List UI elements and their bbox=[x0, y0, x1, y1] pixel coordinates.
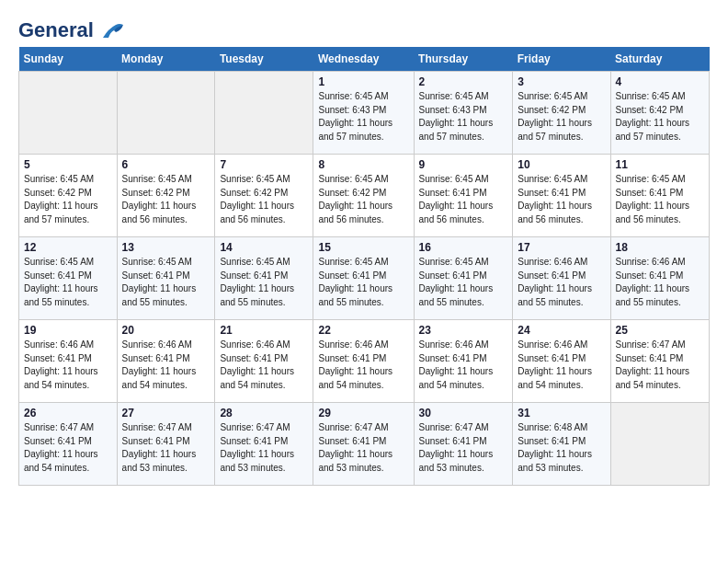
calendar-cell: 24Sunrise: 6:46 AM Sunset: 6:41 PM Dayli… bbox=[513, 320, 610, 403]
calendar-week-row: 26Sunrise: 6:47 AM Sunset: 6:41 PM Dayli… bbox=[19, 403, 710, 486]
calendar-cell bbox=[215, 72, 313, 155]
weekday-header-thursday: Thursday bbox=[414, 47, 513, 72]
day-number: 23 bbox=[419, 324, 508, 337]
day-info: Sunrise: 6:45 AM Sunset: 6:41 PM Dayligh… bbox=[122, 256, 210, 309]
calendar-cell: 26Sunrise: 6:47 AM Sunset: 6:41 PM Dayli… bbox=[19, 403, 118, 486]
day-number: 29 bbox=[318, 407, 408, 419]
day-number: 21 bbox=[220, 324, 308, 337]
calendar-week-row: 5Sunrise: 6:45 AM Sunset: 6:42 PM Daylig… bbox=[19, 155, 710, 237]
calendar-week-row: 19Sunrise: 6:46 AM Sunset: 6:41 PM Dayli… bbox=[19, 320, 710, 403]
day-info: Sunrise: 6:47 AM Sunset: 6:41 PM Dayligh… bbox=[616, 339, 705, 392]
day-info: Sunrise: 6:47 AM Sunset: 6:41 PM Dayligh… bbox=[318, 421, 408, 475]
day-number: 24 bbox=[518, 324, 605, 337]
calendar-cell: 11Sunrise: 6:45 AM Sunset: 6:41 PM Dayli… bbox=[610, 155, 710, 237]
day-number: 14 bbox=[220, 241, 308, 254]
day-info: Sunrise: 6:45 AM Sunset: 6:43 PM Dayligh… bbox=[419, 90, 508, 144]
calendar-cell: 30Sunrise: 6:47 AM Sunset: 6:41 PM Dayli… bbox=[414, 403, 513, 486]
day-info: Sunrise: 6:46 AM Sunset: 6:41 PM Dayligh… bbox=[122, 339, 210, 392]
weekday-header-tuesday: Tuesday bbox=[215, 47, 313, 72]
day-number: 6 bbox=[122, 158, 210, 171]
calendar-cell: 20Sunrise: 6:46 AM Sunset: 6:41 PM Dayli… bbox=[117, 320, 215, 403]
day-info: Sunrise: 6:45 AM Sunset: 6:41 PM Dayligh… bbox=[518, 173, 605, 226]
day-info: Sunrise: 6:48 AM Sunset: 6:41 PM Dayligh… bbox=[518, 421, 605, 475]
day-number: 18 bbox=[616, 241, 705, 254]
calendar-cell: 14Sunrise: 6:45 AM Sunset: 6:41 PM Dayli… bbox=[215, 237, 313, 320]
day-info: Sunrise: 6:45 AM Sunset: 6:42 PM Dayligh… bbox=[24, 173, 112, 226]
calendar-week-row: 12Sunrise: 6:45 AM Sunset: 6:41 PM Dayli… bbox=[19, 237, 710, 320]
calendar-cell: 23Sunrise: 6:46 AM Sunset: 6:41 PM Dayli… bbox=[414, 320, 513, 403]
weekday-header-friday: Friday bbox=[513, 47, 610, 72]
weekday-header-saturday: Saturday bbox=[610, 47, 710, 72]
day-number: 10 bbox=[518, 158, 605, 171]
calendar-cell: 4Sunrise: 6:45 AM Sunset: 6:42 PM Daylig… bbox=[610, 72, 710, 155]
calendar-cell: 5Sunrise: 6:45 AM Sunset: 6:42 PM Daylig… bbox=[19, 155, 118, 237]
day-info: Sunrise: 6:47 AM Sunset: 6:41 PM Dayligh… bbox=[419, 421, 508, 475]
calendar-cell: 19Sunrise: 6:46 AM Sunset: 6:41 PM Dayli… bbox=[19, 320, 118, 403]
calendar-cell bbox=[610, 403, 710, 486]
calendar-cell: 27Sunrise: 6:47 AM Sunset: 6:41 PM Dayli… bbox=[117, 403, 215, 486]
day-info: Sunrise: 6:45 AM Sunset: 6:41 PM Dayligh… bbox=[616, 173, 705, 226]
day-number: 26 bbox=[24, 407, 112, 419]
day-info: Sunrise: 6:47 AM Sunset: 6:41 PM Dayligh… bbox=[122, 421, 210, 475]
day-info: Sunrise: 6:45 AM Sunset: 6:42 PM Dayligh… bbox=[616, 90, 705, 144]
calendar-cell: 25Sunrise: 6:47 AM Sunset: 6:41 PM Dayli… bbox=[610, 320, 710, 403]
weekday-header-row: SundayMondayTuesdayWednesdayThursdayFrid… bbox=[19, 47, 710, 72]
day-number: 12 bbox=[24, 241, 112, 254]
day-info: Sunrise: 6:47 AM Sunset: 6:41 PM Dayligh… bbox=[24, 421, 112, 475]
day-number: 22 bbox=[318, 324, 408, 337]
calendar-cell: 1Sunrise: 6:45 AM Sunset: 6:43 PM Daylig… bbox=[313, 72, 414, 155]
calendar-cell: 8Sunrise: 6:45 AM Sunset: 6:42 PM Daylig… bbox=[313, 155, 414, 237]
calendar-cell bbox=[117, 72, 215, 155]
day-number: 7 bbox=[220, 158, 308, 171]
day-info: Sunrise: 6:46 AM Sunset: 6:41 PM Dayligh… bbox=[518, 256, 605, 309]
day-number: 25 bbox=[616, 324, 705, 337]
weekday-header-sunday: Sunday bbox=[19, 47, 118, 72]
day-info: Sunrise: 6:46 AM Sunset: 6:41 PM Dayligh… bbox=[616, 256, 705, 309]
calendar-cell bbox=[19, 72, 118, 155]
day-number: 3 bbox=[518, 75, 605, 88]
page-header: General bbox=[18, 18, 710, 38]
calendar-cell: 29Sunrise: 6:47 AM Sunset: 6:41 PM Dayli… bbox=[313, 403, 414, 486]
day-number: 5 bbox=[24, 158, 112, 171]
calendar-cell: 21Sunrise: 6:46 AM Sunset: 6:41 PM Dayli… bbox=[215, 320, 313, 403]
day-number: 4 bbox=[616, 75, 705, 88]
day-number: 31 bbox=[518, 407, 605, 419]
calendar-cell: 3Sunrise: 6:45 AM Sunset: 6:42 PM Daylig… bbox=[513, 72, 610, 155]
day-info: Sunrise: 6:46 AM Sunset: 6:41 PM Dayligh… bbox=[24, 339, 112, 392]
calendar-cell: 6Sunrise: 6:45 AM Sunset: 6:42 PM Daylig… bbox=[117, 155, 215, 237]
day-number: 27 bbox=[122, 407, 210, 419]
calendar-cell: 13Sunrise: 6:45 AM Sunset: 6:41 PM Dayli… bbox=[117, 237, 215, 320]
calendar-cell: 10Sunrise: 6:45 AM Sunset: 6:41 PM Dayli… bbox=[513, 155, 610, 237]
calendar-cell: 17Sunrise: 6:46 AM Sunset: 6:41 PM Dayli… bbox=[513, 237, 610, 320]
calendar-cell: 22Sunrise: 6:46 AM Sunset: 6:41 PM Dayli… bbox=[313, 320, 414, 403]
calendar-cell: 9Sunrise: 6:45 AM Sunset: 6:41 PM Daylig… bbox=[414, 155, 513, 237]
calendar-cell: 16Sunrise: 6:45 AM Sunset: 6:41 PM Dayli… bbox=[414, 237, 513, 320]
day-number: 8 bbox=[318, 158, 408, 171]
day-number: 30 bbox=[419, 407, 508, 419]
day-number: 28 bbox=[220, 407, 308, 419]
logo: General bbox=[18, 18, 125, 38]
calendar-table: SundayMondayTuesdayWednesdayThursdayFrid… bbox=[18, 47, 710, 486]
day-number: 1 bbox=[318, 75, 408, 88]
calendar-cell: 12Sunrise: 6:45 AM Sunset: 6:41 PM Dayli… bbox=[19, 237, 118, 320]
weekday-header-monday: Monday bbox=[117, 47, 215, 72]
day-info: Sunrise: 6:45 AM Sunset: 6:42 PM Dayligh… bbox=[122, 173, 210, 226]
day-info: Sunrise: 6:45 AM Sunset: 6:41 PM Dayligh… bbox=[220, 256, 308, 309]
day-number: 11 bbox=[616, 158, 705, 171]
day-number: 17 bbox=[518, 241, 605, 254]
day-info: Sunrise: 6:47 AM Sunset: 6:41 PM Dayligh… bbox=[220, 421, 308, 475]
day-number: 19 bbox=[24, 324, 112, 337]
day-info: Sunrise: 6:45 AM Sunset: 6:42 PM Dayligh… bbox=[220, 173, 308, 226]
day-info: Sunrise: 6:46 AM Sunset: 6:41 PM Dayligh… bbox=[518, 339, 605, 392]
day-info: Sunrise: 6:46 AM Sunset: 6:41 PM Dayligh… bbox=[419, 339, 508, 392]
day-info: Sunrise: 6:45 AM Sunset: 6:42 PM Dayligh… bbox=[318, 173, 408, 226]
day-info: Sunrise: 6:45 AM Sunset: 6:41 PM Dayligh… bbox=[419, 173, 508, 226]
calendar-cell: 15Sunrise: 6:45 AM Sunset: 6:41 PM Dayli… bbox=[313, 237, 414, 320]
day-info: Sunrise: 6:45 AM Sunset: 6:43 PM Dayligh… bbox=[318, 90, 408, 144]
day-info: Sunrise: 6:46 AM Sunset: 6:41 PM Dayligh… bbox=[220, 339, 308, 392]
day-info: Sunrise: 6:45 AM Sunset: 6:41 PM Dayligh… bbox=[24, 256, 112, 309]
day-info: Sunrise: 6:45 AM Sunset: 6:41 PM Dayligh… bbox=[318, 256, 408, 309]
logo-bird-icon bbox=[101, 21, 125, 41]
weekday-header-wednesday: Wednesday bbox=[313, 47, 414, 72]
calendar-cell: 28Sunrise: 6:47 AM Sunset: 6:41 PM Dayli… bbox=[215, 403, 313, 486]
